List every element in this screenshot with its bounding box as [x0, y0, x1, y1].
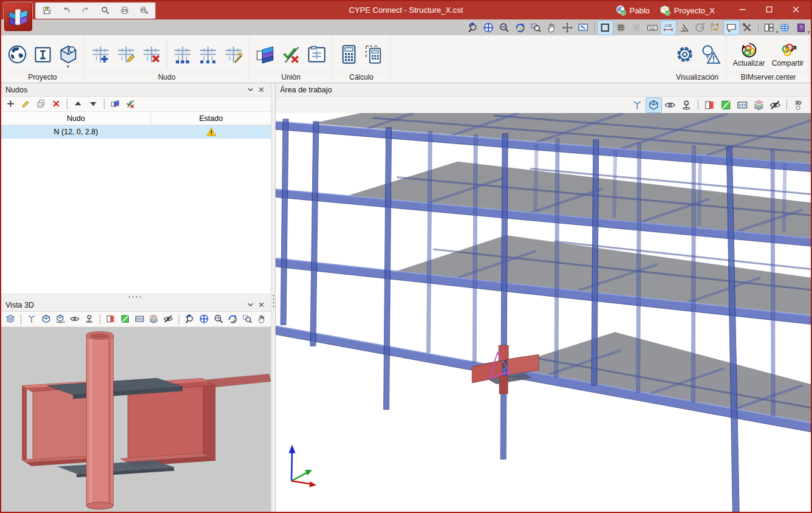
angle-icon[interactable] [677, 21, 692, 35]
panel-splitter-vertical[interactable] [271, 83, 276, 512]
table-row[interactable]: N (12, 0, 2.8) [1, 125, 271, 139]
zoom-x2-icon[interactable]: ×2 [497, 21, 512, 35]
union-small-icon[interactable] [108, 98, 122, 111]
zoom-x2-icon[interactable]: ×2 [212, 313, 225, 326]
panel-splitter-horizontal[interactable] [1, 294, 271, 298]
edit-icon[interactable] [19, 98, 33, 111]
section-fill-icon[interactable] [718, 98, 734, 112]
redo-icon[interactable] [80, 5, 92, 17]
column-header-estado[interactable]: Estado [151, 112, 271, 125]
section-box-icon[interactable] [702, 98, 717, 112]
protractor-icon[interactable] [692, 21, 708, 35]
minimize-button[interactable] [733, 1, 751, 19]
r-bulb-button[interactable] [697, 38, 723, 70]
checkx-small-icon[interactable] [123, 98, 137, 111]
section-plane-icon[interactable] [735, 98, 750, 112]
vista3d-close-button[interactable] [256, 300, 267, 311]
structure-viewport[interactable] [276, 113, 811, 512]
layer-stack-icon[interactable] [147, 313, 160, 326]
view-options-icons: ×21.00? [465, 20, 808, 35]
layout-icon[interactable] [762, 21, 777, 35]
r-profiles-button[interactable] [30, 38, 55, 70]
web-icon[interactable] [777, 21, 793, 35]
nudos-close-button[interactable] [256, 84, 267, 95]
section-plane-icon[interactable] [133, 313, 146, 326]
r-globe-button[interactable] [4, 38, 30, 70]
eye-off-icon[interactable] [162, 313, 175, 326]
zoom-window-icon[interactable] [241, 313, 254, 326]
add-icon[interactable] [4, 98, 18, 111]
r-union-button[interactable] [253, 38, 278, 70]
r-model-button[interactable] [55, 38, 81, 70]
maximize-button[interactable] [760, 1, 778, 19]
print-icon[interactable] [118, 5, 131, 17]
zoom-pan-icon[interactable] [481, 21, 496, 35]
r-node-edit-button[interactable] [113, 38, 138, 70]
r-joint2-button[interactable] [195, 38, 220, 70]
r-bim-share-button[interactable]: Compartir [768, 37, 807, 71]
column-header-nudo[interactable]: Nudo [1, 114, 151, 123]
save-icon[interactable] [41, 5, 53, 17]
zoom-rotate-icon[interactable] [183, 313, 196, 326]
copy-icon[interactable] [34, 98, 48, 111]
eye-icon[interactable] [68, 313, 81, 326]
eye-off-icon[interactable] [768, 98, 783, 112]
cube-icon[interactable] [39, 313, 53, 326]
comment-icon[interactable] [724, 21, 739, 35]
export-icon[interactable] [138, 5, 150, 17]
eye-icon[interactable] [663, 98, 678, 112]
app-menu-button[interactable] [4, 2, 32, 31]
view3d-icon[interactable]: 3D [791, 98, 806, 112]
up-icon[interactable] [71, 98, 85, 111]
keyboard-icon[interactable] [645, 21, 660, 35]
user-chip[interactable]: Pablo [615, 5, 650, 16]
frame-icon[interactable] [598, 21, 613, 35]
project-chip[interactable]: Proyecto_X [660, 5, 715, 16]
vista3d-viewport[interactable] [1, 327, 271, 512]
vista3d-collapse-button[interactable] [245, 300, 256, 311]
redraw-icon[interactable] [513, 21, 528, 35]
move-icon[interactable] [560, 21, 575, 35]
selection-set-icon[interactable] [708, 21, 723, 35]
cube-icon[interactable] [646, 98, 661, 112]
delete-icon[interactable] [49, 98, 63, 111]
vista3d-panel-title: Vista 3D [5, 301, 245, 309]
search-icon[interactable] [99, 5, 111, 17]
redraw-icon[interactable] [226, 313, 239, 326]
r-gear-button[interactable] [672, 38, 697, 70]
r-bim-update-button[interactable]: Actualizar [729, 37, 768, 71]
axes-icon[interactable] [25, 313, 38, 326]
r-calc-button[interactable] [336, 38, 361, 70]
fit-screen-icon[interactable] [576, 21, 591, 35]
snap-icon[interactable] [629, 21, 644, 35]
book-icon[interactable]: ? [793, 21, 808, 35]
zoom-pan-icon[interactable] [197, 313, 211, 326]
section-fill-icon[interactable] [118, 313, 132, 326]
orbit-icon[interactable] [83, 313, 96, 326]
section-box-icon[interactable] [104, 313, 117, 326]
close-button[interactable] [786, 1, 805, 19]
layers-icon[interactable] [4, 313, 17, 326]
r-checkx-button[interactable] [278, 38, 304, 70]
zoom-rotate-icon[interactable] [465, 21, 480, 35]
cube-rotate-icon[interactable] [53, 313, 67, 326]
nudos-collapse-button[interactable] [245, 84, 256, 95]
grid-icon[interactable] [613, 21, 629, 35]
down-icon[interactable] [86, 98, 100, 111]
node-status-cell [151, 125, 271, 139]
r-node-del-button[interactable] [138, 38, 164, 70]
r-node-add-button[interactable] [87, 38, 113, 70]
orbit-icon[interactable] [679, 98, 694, 112]
tools-icon[interactable] [740, 21, 755, 35]
axes-icon[interactable] [630, 98, 645, 112]
pan-hand-icon[interactable] [544, 21, 559, 35]
r-joint1-button[interactable] [169, 38, 195, 70]
r-calc-sel-button[interactable] [361, 38, 387, 70]
pan-hand-icon[interactable] [255, 313, 268, 326]
undo-icon[interactable] [60, 5, 72, 17]
r-joint-wiz-button[interactable] [220, 38, 246, 70]
r-union-lib-button[interactable] [304, 38, 329, 70]
layer-stack-icon[interactable] [751, 98, 766, 112]
zoom-window-icon[interactable] [528, 21, 544, 35]
dimension-icon[interactable]: 1.00 [661, 21, 676, 35]
